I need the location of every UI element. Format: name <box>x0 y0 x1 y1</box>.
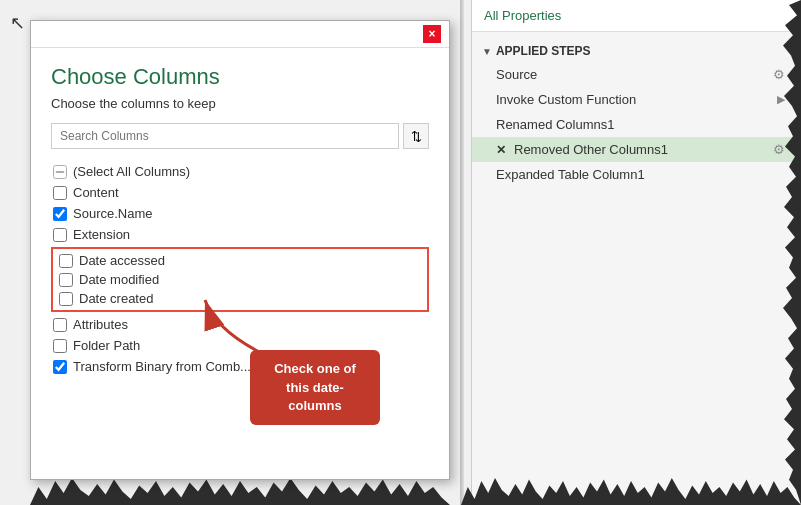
column-label: Date accessed <box>79 253 165 268</box>
panel-separator <box>460 0 464 505</box>
step-expanded-table-column[interactable]: Expanded Table Column1 <box>472 162 801 187</box>
list-item: Content <box>51 182 429 203</box>
delete-icon: ✕ <box>496 143 506 157</box>
column-label: (Select All Columns) <box>73 164 190 179</box>
date-accessed-checkbox[interactable] <box>59 254 73 268</box>
select-all-checkbox[interactable] <box>53 165 67 179</box>
attributes-checkbox[interactable] <box>53 318 67 332</box>
column-label: Source.Name <box>73 206 152 221</box>
folder-path-checkbox[interactable] <box>53 339 67 353</box>
applied-steps-title: ▼ APPLIED STEPS <box>472 40 801 62</box>
right-arrow-icon: ▶ <box>777 93 785 106</box>
column-label: Date created <box>79 291 153 306</box>
applied-steps-section: ▼ APPLIED STEPS Source ⚙ Invoke Custom F… <box>472 32 801 195</box>
search-input[interactable] <box>51 123 399 149</box>
dialog-close-button[interactable]: × <box>423 25 441 43</box>
step-renamed-columns[interactable]: Renamed Columns1 <box>472 112 801 137</box>
list-item: Extension <box>51 224 429 245</box>
step-invoke-custom-function[interactable]: Invoke Custom Function ▶ <box>472 87 801 112</box>
choose-columns-dialog: × Choose Columns Choose the columns to k… <box>30 20 450 480</box>
step-name: Removed Other Columns1 <box>514 142 769 157</box>
transform-binary-checkbox[interactable] <box>53 360 67 374</box>
column-label: Content <box>73 185 119 200</box>
content-checkbox[interactable] <box>53 186 67 200</box>
sort-button[interactable]: ⇅ <box>403 123 429 149</box>
date-created-checkbox[interactable] <box>59 292 73 306</box>
callout-annotation: Check one of this date-columns <box>250 350 380 425</box>
source-name-checkbox[interactable] <box>53 207 67 221</box>
date-modified-checkbox[interactable] <box>59 273 73 287</box>
list-item: Date accessed <box>57 251 423 270</box>
step-name: Renamed Columns1 <box>496 117 785 132</box>
dialog-title: Choose Columns <box>51 64 429 90</box>
right-panel: All Properties ▼ APPLIED STEPS Source ⚙ … <box>471 0 801 505</box>
step-name: Expanded Table Column1 <box>496 167 785 182</box>
column-label: Folder Path <box>73 338 140 353</box>
dialog-titlebar: × <box>31 21 449 48</box>
column-label: Transform Binary from Comb... <box>73 359 251 374</box>
step-source[interactable]: Source ⚙ <box>472 62 801 87</box>
column-label: Extension <box>73 227 130 242</box>
list-item: Source.Name <box>51 203 429 224</box>
dialog-subtitle: Choose the columns to keep <box>51 96 429 111</box>
callout-bubble: Check one of this date-columns <box>250 350 380 425</box>
step-removed-other-columns[interactable]: ✕ Removed Other Columns1 ⚙ <box>472 137 801 162</box>
list-item: Date modified <box>57 270 423 289</box>
column-label: Attributes <box>73 317 128 332</box>
step-name: Source <box>496 67 769 82</box>
all-properties-header: All Properties <box>472 0 801 32</box>
collapse-icon: ▼ <box>482 46 492 57</box>
gear-icon: ⚙ <box>773 67 785 82</box>
search-row: ⇅ <box>51 123 429 149</box>
gear-icon: ⚙ <box>773 142 785 157</box>
column-label: Date modified <box>79 272 159 287</box>
cursor-icon: ↖ <box>10 12 25 34</box>
list-item: (Select All Columns) <box>51 161 429 182</box>
extension-checkbox[interactable] <box>53 228 67 242</box>
step-name: Invoke Custom Function <box>496 92 773 107</box>
